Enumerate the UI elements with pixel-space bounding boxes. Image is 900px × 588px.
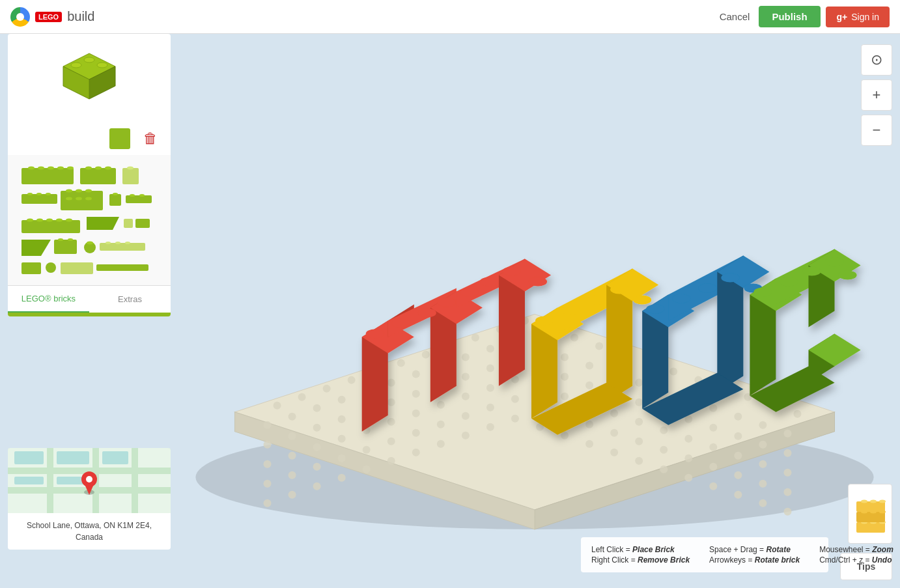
svg-point-91 bbox=[348, 376, 356, 384]
hint-place-brick: Place Brick bbox=[632, 545, 675, 554]
reset-icon: ⊙ bbox=[871, 51, 882, 68]
hint-row: Left Click = Place Brick Right Click = R… bbox=[591, 544, 818, 566]
svg-point-173 bbox=[734, 452, 742, 460]
svg-point-140 bbox=[462, 373, 470, 381]
svg-point-204 bbox=[412, 449, 420, 456]
hint-space-drag: Space + Drag = Rotate bbox=[709, 545, 800, 554]
svg-point-211 bbox=[585, 440, 593, 448]
svg-point-182 bbox=[412, 429, 420, 437]
app-name: build bbox=[67, 9, 94, 24]
hint-undo: Cmd/Ctrl + z = Undo bbox=[819, 555, 893, 565]
svg-point-144 bbox=[561, 373, 569, 381]
svg-rect-62 bbox=[132, 448, 138, 513]
svg-point-9 bbox=[48, 167, 54, 170]
svg-point-246 bbox=[610, 285, 628, 294]
svg-point-254 bbox=[646, 304, 664, 313]
map-display[interactable] bbox=[8, 448, 171, 513]
svg-point-256 bbox=[698, 283, 716, 292]
extras-tab[interactable]: Extras bbox=[89, 286, 171, 313]
zoom-in-button[interactable]: + bbox=[861, 79, 892, 111]
svg-rect-29 bbox=[109, 194, 121, 206]
svg-point-174 bbox=[759, 460, 766, 468]
color-swatch[interactable] bbox=[109, 128, 130, 149]
svg-point-82 bbox=[870, 500, 877, 503]
svg-point-20 bbox=[36, 193, 42, 195]
svg-point-135 bbox=[338, 415, 346, 423]
svg-point-180 bbox=[363, 446, 371, 454]
svg-point-189 bbox=[585, 421, 593, 428]
svg-point-166 bbox=[561, 393, 569, 400]
brick-panel-small[interactable] bbox=[848, 484, 892, 544]
svg-point-178 bbox=[313, 463, 321, 471]
plus-icon: + bbox=[873, 87, 881, 104]
svg-point-202 bbox=[363, 466, 371, 473]
chrome-icon bbox=[10, 7, 30, 27]
svg-point-192 bbox=[660, 446, 668, 454]
lego-bricks-tab[interactable]: LEGO® bricks bbox=[8, 286, 89, 313]
svg-rect-31 bbox=[126, 195, 152, 203]
brick-stack-icon bbox=[854, 490, 888, 535]
svg-point-129 bbox=[734, 413, 742, 421]
svg-rect-22 bbox=[61, 191, 103, 210]
lego-badge: LEGO bbox=[35, 12, 62, 22]
svg-rect-12 bbox=[80, 168, 116, 184]
svg-point-89 bbox=[298, 393, 306, 401]
hint-col-3: Mousewheel = Zoom Cmd/Ctrl + z = Undo bbox=[819, 544, 893, 566]
svg-point-196 bbox=[759, 480, 766, 488]
map-panel: School Lane, Ottawa, ON K1M 2E4, Canada bbox=[8, 448, 171, 550]
svg-point-131 bbox=[783, 430, 791, 438]
svg-point-23 bbox=[66, 189, 72, 193]
lego-scene[interactable]: // We'll use SVG patterns instead bbox=[169, 34, 900, 588]
svg-point-184 bbox=[462, 412, 470, 420]
svg-rect-49 bbox=[100, 243, 145, 251]
svg-point-234 bbox=[480, 277, 498, 286]
svg-point-93 bbox=[397, 359, 405, 367]
zoom-out-button[interactable]: − bbox=[861, 115, 892, 146]
svg-point-245 bbox=[587, 295, 606, 304]
cancel-button[interactable]: Cancel bbox=[710, 7, 759, 26]
svg-point-232 bbox=[438, 298, 456, 307]
svg-point-161 bbox=[437, 401, 445, 409]
svg-point-152 bbox=[759, 441, 766, 449]
svg-point-177 bbox=[288, 471, 296, 479]
svg-point-115 bbox=[387, 379, 395, 387]
header: LEGO build Cancel Publish g+ Sign in bbox=[0, 0, 900, 34]
delete-button[interactable]: 🗑 bbox=[141, 128, 160, 150]
progress-bar bbox=[8, 313, 171, 316]
svg-point-10 bbox=[57, 167, 64, 170]
svg-point-28 bbox=[85, 197, 92, 201]
svg-point-70 bbox=[86, 476, 92, 483]
svg-point-32 bbox=[130, 194, 135, 197]
svg-rect-64 bbox=[57, 451, 89, 464]
svg-point-243 bbox=[535, 316, 554, 326]
svg-point-216 bbox=[709, 483, 717, 490]
svg-point-147 bbox=[635, 399, 643, 406]
svg-point-247 bbox=[633, 295, 651, 304]
svg-point-38 bbox=[56, 219, 63, 222]
hint-mousewheel: Mousewheel = Zoom bbox=[819, 545, 893, 554]
reset-view-button[interactable]: ⊙ bbox=[861, 44, 892, 76]
svg-point-171 bbox=[684, 435, 692, 443]
svg-point-169 bbox=[635, 418, 643, 426]
svg-point-101 bbox=[595, 343, 603, 350]
hint-col-2: Space + Drag = Rotate Arrowkeys = Rotate… bbox=[709, 544, 800, 566]
hint-undo-value: Undo bbox=[872, 555, 892, 565]
svg-rect-44 bbox=[54, 240, 77, 254]
svg-point-130 bbox=[759, 421, 766, 429]
hint-arrowkeys: Arrowkeys = Rotate brick bbox=[709, 555, 800, 565]
svg-point-13 bbox=[85, 167, 92, 170]
svg-point-37 bbox=[46, 219, 53, 222]
svg-point-7 bbox=[28, 167, 35, 170]
svg-point-186 bbox=[511, 395, 519, 403]
svg-point-162 bbox=[462, 393, 470, 400]
svg-point-132 bbox=[264, 441, 272, 449]
svg-point-52 bbox=[125, 242, 130, 244]
svg-rect-56 bbox=[96, 264, 148, 271]
publish-button[interactable]: Publish bbox=[759, 6, 820, 27]
gplus-button[interactable]: g+ Sign in bbox=[826, 7, 890, 27]
svg-point-231 bbox=[418, 308, 436, 317]
svg-point-185 bbox=[486, 404, 494, 412]
svg-point-229 bbox=[366, 329, 384, 339]
svg-point-206 bbox=[462, 432, 470, 440]
svg-point-104 bbox=[669, 368, 677, 376]
